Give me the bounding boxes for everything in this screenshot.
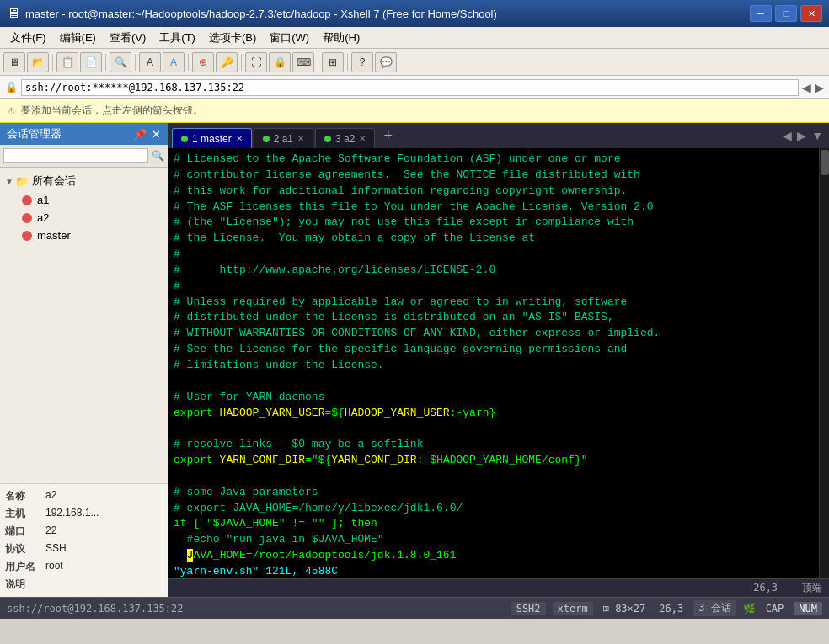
session-item-a2[interactable]: a2 bbox=[0, 209, 168, 226]
separator-3 bbox=[135, 54, 136, 71]
prop-value-name: a2 bbox=[45, 489, 163, 503]
tab-1-close-icon[interactable]: ✕ bbox=[236, 134, 243, 143]
terminal[interactable]: # Licensed to the Apache Software Founda… bbox=[168, 148, 819, 578]
prop-label-protocol: 协议 bbox=[5, 542, 45, 556]
session-panel-title: 会话管理器 bbox=[7, 126, 62, 141]
tree-arrow-icon: ▼ bbox=[5, 177, 13, 186]
prop-value-username: root bbox=[45, 560, 163, 574]
maximize-button[interactable]: □ bbox=[775, 5, 797, 22]
tab-2-a1[interactable]: 2 a1 ✕ bbox=[254, 128, 313, 148]
new-session-button[interactable]: 🖥 bbox=[3, 52, 25, 72]
find-button[interactable]: 🔍 bbox=[110, 52, 131, 72]
terminal-line-9: # bbox=[174, 279, 814, 295]
lock-button[interactable]: 🔒 bbox=[269, 52, 291, 72]
search-icon[interactable]: 🔍 bbox=[152, 150, 164, 162]
terminal-line-6: # the License. You may obtain a copy of … bbox=[174, 231, 814, 247]
menu-tabs[interactable]: 选项卡(B) bbox=[202, 29, 263, 47]
scroll-thumb[interactable] bbox=[821, 150, 829, 175]
terminal-line-10: # Unless required by applicable law or a… bbox=[174, 295, 814, 311]
tab-1-master[interactable]: 1 master ✕ bbox=[172, 128, 252, 148]
menu-file[interactable]: 文件(F) bbox=[3, 29, 53, 47]
bottom-address: ssh://root@192.168.137.135:22 bbox=[7, 603, 505, 615]
main-area: 会话管理器 📌 ✕ 🔍 ▼ 📁 所有会话 a1 a2 bbox=[0, 123, 829, 597]
key-button[interactable]: 🔑 bbox=[216, 52, 238, 72]
nav-arrow-prev[interactable]: ◀ bbox=[802, 81, 811, 94]
nav-arrow-next[interactable]: ▶ bbox=[815, 81, 824, 94]
help-button[interactable]: ? bbox=[351, 52, 373, 72]
terminal-area: 1 master ✕ 2 a1 ✕ 3 a2 ✕ + ◀ ▶ ▼ bbox=[168, 123, 829, 597]
terminal-line-16: # User for YARN daemons bbox=[174, 390, 814, 406]
add-tab-button[interactable]: + bbox=[377, 125, 399, 146]
separator-6 bbox=[318, 54, 318, 71]
layout-button[interactable]: ⊞ bbox=[322, 52, 344, 72]
infobar: ⚠ 要添加当前会话，点击左侧的箭头按钮。 bbox=[0, 99, 829, 123]
prop-row-desc: 说明 bbox=[5, 576, 163, 593]
address-input[interactable] bbox=[21, 79, 799, 96]
status-ssh2: SSH2 bbox=[511, 602, 546, 615]
prop-row-host: 主机 192.168.1... bbox=[5, 505, 163, 523]
copy-button[interactable]: 📋 bbox=[56, 52, 78, 72]
separator-4 bbox=[188, 54, 189, 71]
tab-menu-button[interactable]: ▼ bbox=[809, 129, 826, 142]
terminal-line-22: # some Java parameters bbox=[174, 485, 814, 501]
prop-value-desc bbox=[45, 577, 163, 592]
bottom-statusbar: ssh://root@192.168.137.135:22 SSH2 xterm… bbox=[0, 597, 829, 619]
status-xterm: xterm bbox=[553, 602, 593, 615]
prop-label-port: 端口 bbox=[5, 524, 45, 539]
session-dot-a2 bbox=[22, 213, 32, 223]
menu-edit[interactable]: 编辑(E) bbox=[53, 29, 103, 47]
terminal-line-25: #echo "run java in $JAVA_HOME" bbox=[174, 532, 814, 548]
tree-root-item[interactable]: ▼ 📁 所有会话 bbox=[0, 171, 168, 191]
session-item-master[interactable]: master bbox=[0, 226, 168, 244]
window-title: master - root@master:~/Hadooptools/hadoo… bbox=[25, 8, 750, 20]
tab-2-label: 2 a1 bbox=[274, 133, 293, 145]
terminal-line-12: # WITHOUT WARRANTIES OR CONDITIONS OF AN… bbox=[174, 326, 814, 342]
tab-nav-next[interactable]: ▶ bbox=[794, 129, 809, 142]
session-search-input[interactable] bbox=[3, 148, 148, 163]
session-label-a2: a2 bbox=[37, 211, 49, 224]
window-controls: ─ □ ✕ bbox=[750, 5, 822, 22]
menu-help[interactable]: 帮助(H) bbox=[316, 29, 366, 47]
tab-2-close-icon[interactable]: ✕ bbox=[297, 134, 304, 143]
tab-nav-prev[interactable]: ◀ bbox=[780, 129, 794, 142]
close-button[interactable]: ✕ bbox=[800, 5, 822, 22]
addressbar: 🔒 ◀ ▶ bbox=[0, 76, 829, 99]
terminal-line-2: # contributor license agreements. See th… bbox=[174, 168, 814, 184]
menu-view[interactable]: 查看(V) bbox=[103, 29, 152, 47]
open-button[interactable]: 📂 bbox=[27, 52, 49, 72]
pin-icon[interactable]: 📌 bbox=[133, 128, 147, 141]
prop-row-protocol: 协议 SSH bbox=[5, 540, 163, 558]
terminal-scrollbar[interactable] bbox=[819, 148, 829, 578]
prop-label-name: 名称 bbox=[5, 489, 45, 503]
tab-3-a2[interactable]: 3 a2 ✕ bbox=[315, 128, 375, 148]
keyboard-button[interactable]: ⌨ bbox=[292, 52, 314, 72]
connect-button[interactable]: ⊕ bbox=[192, 52, 214, 72]
terminal-line-1: # Licensed to the Apache Software Founda… bbox=[174, 152, 814, 168]
session-item-a1[interactable]: a1 bbox=[0, 191, 168, 209]
fullscreen-button[interactable]: ⛶ bbox=[245, 52, 267, 72]
minimize-button[interactable]: ─ bbox=[750, 5, 772, 22]
session-tree: ▼ 📁 所有会话 a1 a2 master bbox=[0, 168, 168, 483]
color-button[interactable]: A bbox=[163, 52, 185, 72]
status-session-count: 3 会话 bbox=[693, 600, 735, 616]
session-panel-close-icon[interactable]: ✕ bbox=[152, 128, 161, 141]
font-button[interactable]: A bbox=[139, 52, 161, 72]
paste-button[interactable]: 📄 bbox=[80, 52, 102, 72]
tab-3-close-icon[interactable]: ✕ bbox=[359, 134, 366, 143]
menu-tools[interactable]: 工具(T) bbox=[152, 29, 202, 47]
session-panel: 会话管理器 📌 ✕ 🔍 ▼ 📁 所有会话 a1 a2 bbox=[0, 123, 168, 597]
prop-value-port: 22 bbox=[45, 524, 163, 539]
terminal-line-18 bbox=[174, 421, 814, 437]
terminal-line-11: # distributed under the License is distr… bbox=[174, 310, 814, 326]
separator-1 bbox=[52, 54, 53, 71]
props-panel: 名称 a2 主机 192.168.1... 端口 22 协议 SSH 用户名 r… bbox=[0, 483, 168, 597]
session-header-actions: 📌 ✕ bbox=[133, 128, 161, 141]
menubar: 文件(F) 编辑(E) 查看(V) 工具(T) 选项卡(B) 窗口(W) 帮助(… bbox=[0, 27, 829, 49]
chat-button[interactable]: 💬 bbox=[375, 52, 397, 72]
tree-root-label: 所有会话 bbox=[32, 173, 76, 189]
terminal-line-23: # export JAVA_HOME=/home/y/libexec/jdk1.… bbox=[174, 501, 814, 517]
lock-icon: 🔒 bbox=[5, 82, 18, 93]
terminal-line-20: export YARN_CONF_DIR="${YARN_CONF_DIR:-$… bbox=[174, 453, 814, 469]
toolbar: 🖥 📂 📋 📄 🔍 A A ⊕ 🔑 ⛶ 🔒 ⌨ ⊞ ? 💬 bbox=[0, 49, 829, 76]
menu-window[interactable]: 窗口(W) bbox=[263, 29, 316, 47]
